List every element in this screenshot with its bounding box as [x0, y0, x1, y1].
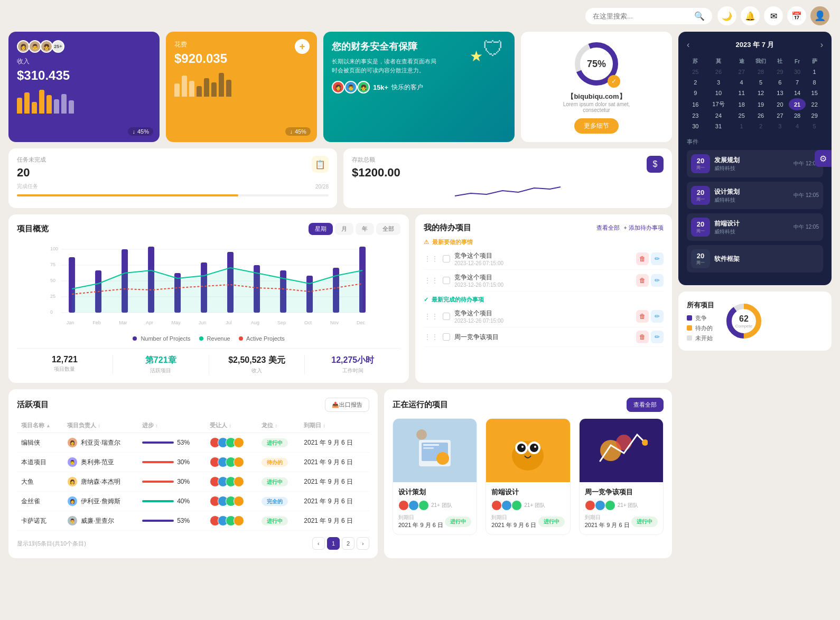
cal-day-10[interactable]: 10 [704, 88, 733, 98]
mail-btn[interactable]: ✉ [764, 6, 783, 25]
running-card-footer-3: 到期日 2021 年 9 月 6 日 进行中 [585, 514, 658, 529]
cal-day-22[interactable]: 22 [806, 98, 823, 110]
search-box[interactable]: 🔍 [585, 8, 712, 24]
cal-day-6[interactable]: 6 [771, 77, 789, 88]
cal-day-21-today[interactable]: 21 [789, 98, 806, 110]
theme-toggle-btn[interactable]: 🌙 [717, 6, 736, 25]
cal-day-31[interactable]: 31 [704, 121, 733, 131]
todo-checkbox-3[interactable] [443, 313, 450, 320]
cal-day-2[interactable]: 2 [687, 77, 704, 88]
todo-edit-btn-4[interactable]: ✏ [651, 331, 664, 343]
todo-text-3: 竞争这个项目 2023-12-26 07:15:00 [454, 309, 632, 324]
search-input[interactable] [593, 12, 690, 20]
running-card-body-2: 前端设计 21+ 团队 到期日 2021 年 9 月 6 日 [486, 482, 570, 534]
todo-edit-btn-3[interactable]: ✏ [651, 310, 664, 323]
event-info-1: 发展规划 威特科技 [714, 156, 789, 172]
todo-edit-btn-2[interactable]: ✏ [651, 274, 664, 287]
topbar: 🔍 🌙 🔔 ✉ 📅 👤 [0, 0, 840, 32]
cell-manager-4: 👩 伊利亚·詹姆斯 [63, 492, 138, 511]
cal-day-12[interactable]: 12 [750, 88, 771, 98]
notifications-btn[interactable]: 🔔 [741, 6, 760, 25]
cal-day-3[interactable]: 3 [704, 77, 733, 88]
cal-day-27-prev[interactable]: 27 [733, 67, 750, 77]
col-assignee[interactable]: 受让人 ↕ [206, 418, 257, 433]
col-manager[interactable]: 项目负责人 ↕ [63, 418, 138, 433]
warning-icon: ⚠ [424, 239, 429, 246]
col-progress[interactable]: 进步 ↕ [138, 418, 206, 433]
cal-day-23[interactable]: 23 [687, 110, 704, 121]
todo-delete-btn-4[interactable]: 🗑 [636, 331, 649, 343]
todo-edit-btn-1[interactable]: ✏ [651, 252, 664, 265]
calendar-btn[interactable]: 📅 [787, 6, 806, 25]
cal-day-27[interactable]: 27 [771, 110, 789, 121]
cal-day-19[interactable]: 19 [750, 98, 771, 110]
expense-percent: 45% [295, 128, 306, 135]
cal-day-5[interactable]: 5 [750, 77, 771, 88]
cal-day-fr: Fr [789, 56, 806, 67]
user-avatar-btn[interactable]: 👤 [810, 6, 829, 25]
progress-bar-1 [142, 441, 174, 444]
tab-year[interactable]: 年 [356, 223, 374, 235]
todo-checkbox-2[interactable] [443, 277, 450, 284]
cal-day-20[interactable]: 20 [771, 98, 789, 110]
donut-detail-btn[interactable]: 更多细节 [574, 118, 619, 134]
page-btn-2[interactable]: 2 [342, 537, 354, 550]
cal-day-11[interactable]: 11 [733, 88, 750, 98]
running-projects-title: 正在运行的项目 [393, 400, 448, 410]
cal-day-4[interactable]: 4 [733, 77, 750, 88]
cal-day-2-next[interactable]: 2 [750, 121, 771, 131]
cal-day-17[interactable]: 17号 [704, 98, 733, 110]
cal-day-18[interactable]: 18 [733, 98, 750, 110]
tab-week[interactable]: 星期 [309, 223, 333, 235]
event-badge-2: 20 周一 [691, 186, 710, 205]
cal-day-30[interactable]: 30 [687, 121, 704, 131]
cal-day-1[interactable]: 1 [806, 67, 823, 77]
cal-next-btn[interactable]: › [820, 40, 823, 50]
cal-day-26[interactable]: 26 [750, 110, 771, 121]
cal-day-28-prev[interactable]: 28 [750, 67, 771, 77]
cal-day-8[interactable]: 8 [806, 77, 823, 88]
settings-gear-btn[interactable]: ⚙ [815, 150, 832, 167]
event-day-1: 周一 [696, 165, 705, 171]
export-report-btn[interactable]: 📤出口报告 [325, 398, 369, 412]
cal-day-29[interactable]: 29 [806, 110, 823, 121]
todo-delete-btn-1[interactable]: 🗑 [636, 252, 649, 265]
cal-day-29-prev[interactable]: 29 [771, 67, 789, 77]
cal-day-16[interactable]: 16 [687, 98, 704, 110]
tab-month[interactable]: 月 [335, 223, 353, 235]
tab-all[interactable]: 全部 [376, 223, 400, 235]
urgent-label-text: 最新要做的事情 [432, 238, 473, 246]
cal-day-1-next[interactable]: 1 [733, 121, 750, 131]
rc2-team: 21+ 团队 [524, 502, 545, 509]
col-status[interactable]: 龙位 ↕ [257, 418, 300, 433]
todo-delete-btn-2[interactable]: 🗑 [636, 274, 649, 287]
cal-day-25[interactable]: 25 [733, 110, 750, 121]
cal-day-4-next[interactable]: 4 [789, 121, 806, 131]
cal-day-25-prev[interactable]: 25 [687, 67, 704, 77]
cal-day-9[interactable]: 9 [687, 88, 704, 98]
cal-day-3-next[interactable]: 3 [771, 121, 789, 131]
cal-day-24[interactable]: 24 [704, 110, 733, 121]
col-project-name[interactable]: 项目名称 ▲ [17, 418, 63, 433]
cal-prev-btn[interactable]: ‹ [687, 40, 689, 50]
todo-view-all[interactable]: 查看全部 [596, 224, 620, 232]
todo-delete-btn-3[interactable]: 🗑 [636, 310, 649, 323]
cal-day-14[interactable]: 14 [789, 88, 806, 98]
col-due[interactable]: 到期日 ↕ [300, 418, 369, 433]
todo-add-btn[interactable]: + 添加待办事项 [624, 224, 664, 232]
expense-percent-badge: ↓ 45% [285, 127, 311, 136]
cal-day-26-prev[interactable]: 26 [704, 67, 733, 77]
page-btn-1[interactable]: 1 [327, 537, 340, 550]
view-all-running-btn[interactable]: 查看全部 [627, 398, 664, 412]
prev-page-btn[interactable]: ‹ [312, 537, 325, 550]
cal-day-28[interactable]: 28 [789, 110, 806, 121]
add-expense-btn[interactable]: + [295, 39, 310, 54]
todo-checkbox-4[interactable] [443, 333, 450, 341]
cal-day-13[interactable]: 13 [771, 88, 789, 98]
cal-day-30-prev[interactable]: 30 [789, 67, 806, 77]
cal-day-7[interactable]: 7 [789, 77, 806, 88]
todo-checkbox-1[interactable] [443, 255, 450, 262]
next-page-btn[interactable]: › [357, 537, 369, 550]
cal-day-15[interactable]: 15 [806, 88, 823, 98]
cal-day-5-next[interactable]: 5 [806, 121, 823, 131]
